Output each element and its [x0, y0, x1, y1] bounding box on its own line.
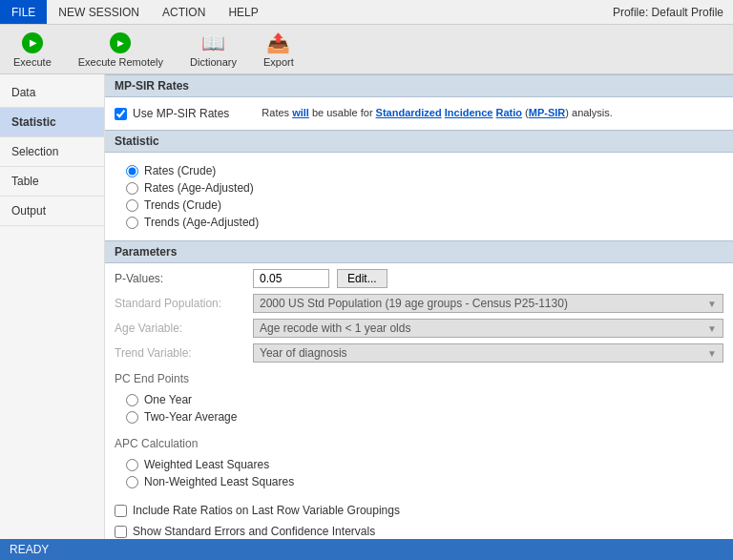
- note-ratio: Ratio: [496, 107, 523, 118]
- menu-new-session[interactable]: NEW SESSION: [47, 0, 151, 24]
- apc-radio-group: Weighted Least Squares Non-Weighted Leas…: [115, 452, 723, 494]
- use-mp-sir-checkbox[interactable]: [115, 108, 127, 120]
- sidebar-item-table[interactable]: Table: [0, 167, 104, 197]
- trend-variable-arrow: ▼: [707, 348, 717, 359]
- statistic-section-header: Statistic: [105, 130, 733, 153]
- status-bar: READY: [0, 539, 733, 560]
- mp-sir-section-header: MP-SIR Rates: [105, 74, 733, 97]
- include-rate-ratios-label: Include Rate Ratios on Last Row Variable…: [133, 504, 400, 517]
- radio-rates-crude-label: Rates (Crude): [144, 164, 216, 177]
- pvalues-row: P-Values: Edit...: [115, 269, 723, 288]
- sidebar-item-output[interactable]: Output: [0, 197, 104, 226]
- execute-button[interactable]: Execute: [8, 30, 57, 70]
- execute-icon: [21, 31, 44, 54]
- radio-rates-age-adjusted: Rates (Age-Adjusted): [126, 179, 712, 197]
- show-std-errors-checkbox[interactable]: [115, 526, 127, 538]
- radio-trends-crude: Trends (Crude): [126, 197, 712, 214]
- age-variable-label: Age Variable:: [115, 321, 253, 335]
- two-year-radio[interactable]: [126, 411, 138, 424]
- execute-label: Execute: [13, 56, 52, 68]
- toolbar: Execute Execute Remotely 📖 Dictionary 📤 …: [0, 25, 733, 74]
- mp-sir-note: Rates will be usable for Standardized In…: [262, 103, 612, 118]
- two-year-label: Two-Year Average: [144, 410, 237, 424]
- sidebar-item-selection[interactable]: Selection: [0, 137, 104, 167]
- profile-label: Profile: Default Profile: [603, 2, 733, 23]
- radio-rates-crude: Rates (Crude): [126, 162, 712, 179]
- dictionary-icon: 📖: [201, 31, 224, 54]
- weighted-radio[interactable]: [126, 459, 138, 471]
- non-weighted-label: Non-Weighted Least Squares: [144, 475, 294, 488]
- note-incidence: Incidence: [445, 107, 493, 118]
- parameters-section-header: Parameters: [105, 240, 733, 263]
- note-standardized: Standardized: [376, 107, 442, 118]
- radio-trends-age-adjusted-label: Trends (Age-Adjusted): [144, 216, 259, 229]
- use-mp-sir-checkbox-row: Use MP-SIR Rates: [115, 103, 229, 124]
- one-year-label: One Year: [144, 393, 192, 406]
- standard-population-label: Standard Population:: [115, 297, 253, 310]
- menu-file[interactable]: FILE: [0, 0, 47, 24]
- show-std-errors-row: Show Standard Errors and Confidence Inte…: [115, 521, 723, 539]
- two-year-row: Two-Year Average: [126, 408, 712, 425]
- menu-help[interactable]: HELP: [217, 0, 269, 24]
- standard-population-arrow: ▼: [707, 299, 717, 309]
- one-year-radio[interactable]: [126, 394, 138, 406]
- age-variable-value: Age recode with < 1 year olds: [260, 321, 410, 335]
- include-rate-ratios-checkbox[interactable]: [115, 505, 127, 517]
- weighted-label: Weighted Least Squares: [144, 458, 269, 471]
- non-weighted-radio[interactable]: [126, 476, 138, 488]
- standard-population-value: 2000 US Std Population (19 age groups - …: [260, 297, 568, 310]
- pc-endpoints-section: PC End Points One Year Two-Year Average: [115, 368, 723, 429]
- trend-variable-label: Trend Variable:: [115, 346, 253, 360]
- standard-population-dropdown[interactable]: 2000 US Std Population (19 age groups - …: [253, 294, 723, 313]
- sidebar: Data Statistic Selection Table Output: [0, 74, 105, 539]
- radio-rates-crude-input[interactable]: [126, 165, 138, 177]
- execute-remotely-icon: [109, 31, 132, 54]
- include-rate-ratios-row: Include Rate Ratios on Last Row Variable…: [115, 500, 723, 521]
- mp-sir-content: Use MP-SIR Rates Rates will be usable fo…: [105, 97, 733, 130]
- weighted-row: Weighted Least Squares: [126, 456, 712, 473]
- one-year-row: One Year: [126, 391, 712, 408]
- standard-population-row: Standard Population: 2000 US Std Populat…: [115, 294, 723, 313]
- radio-trends-crude-input[interactable]: [126, 199, 138, 212]
- radio-trends-age-adjusted: Trends (Age-Adjusted): [126, 214, 712, 231]
- execute-remotely-button[interactable]: Execute Remotely: [73, 30, 169, 70]
- content-area: MP-SIR Rates Use MP-SIR Rates Rates will…: [105, 74, 733, 539]
- parameters-content: P-Values: Edit... Standard Population: 2…: [105, 263, 733, 539]
- status-text: READY: [10, 543, 49, 556]
- radio-rates-age-adjusted-input[interactable]: [126, 182, 138, 195]
- pvalues-input[interactable]: [253, 269, 329, 288]
- menu-action[interactable]: ACTION: [151, 0, 217, 24]
- pvalues-label: P-Values:: [115, 272, 253, 285]
- pvalues-edit-button[interactable]: Edit...: [337, 269, 387, 288]
- dictionary-button[interactable]: 📖 Dictionary: [184, 30, 242, 70]
- radio-rates-age-adjusted-label: Rates (Age-Adjusted): [144, 181, 254, 195]
- age-variable-row: Age Variable: Age recode with < 1 year o…: [115, 319, 723, 338]
- statistic-content: Rates (Crude) Rates (Age-Adjusted) Trend…: [105, 153, 733, 240]
- dictionary-label: Dictionary: [190, 56, 237, 68]
- export-icon: 📤: [267, 31, 290, 54]
- execute-remotely-label: Execute Remotely: [78, 56, 163, 68]
- trend-variable-row: Trend Variable: Year of diagnosis ▼: [115, 343, 723, 363]
- menu-bar: FILE NEW SESSION ACTION HELP Profile: De…: [0, 0, 733, 25]
- show-std-errors-label: Show Standard Errors and Confidence Inte…: [133, 525, 375, 538]
- checkbox-options: Include Rate Ratios on Last Row Variable…: [115, 500, 723, 539]
- sidebar-item-data[interactable]: Data: [0, 78, 104, 108]
- non-weighted-row: Non-Weighted Least Squares: [126, 473, 712, 490]
- note-will: will: [292, 107, 309, 118]
- age-variable-arrow: ▼: [707, 323, 717, 334]
- export-label: Export: [263, 56, 294, 68]
- pc-endpoints-label: PC End Points: [115, 368, 723, 387]
- note-mpsir: MP-SIR: [529, 107, 566, 118]
- pc-endpoints-radio-group: One Year Two-Year Average: [115, 387, 723, 429]
- sidebar-item-statistic[interactable]: Statistic: [0, 108, 104, 137]
- age-variable-dropdown[interactable]: Age recode with < 1 year olds ▼: [253, 319, 723, 338]
- export-button[interactable]: 📤 Export: [258, 30, 300, 70]
- trend-variable-value: Year of diagnosis: [260, 346, 347, 360]
- apc-calculation-label: APC Calculation: [115, 433, 723, 452]
- radio-trends-age-adjusted-input[interactable]: [126, 217, 138, 229]
- trend-variable-dropdown[interactable]: Year of diagnosis ▼: [253, 343, 723, 363]
- main-layout: Data Statistic Selection Table Output MP…: [0, 74, 733, 539]
- statistic-radio-group: Rates (Crude) Rates (Age-Adjusted) Trend…: [115, 158, 723, 235]
- use-mp-sir-label: Use MP-SIR Rates: [133, 107, 229, 120]
- radio-trends-crude-label: Trends (Crude): [144, 198, 221, 212]
